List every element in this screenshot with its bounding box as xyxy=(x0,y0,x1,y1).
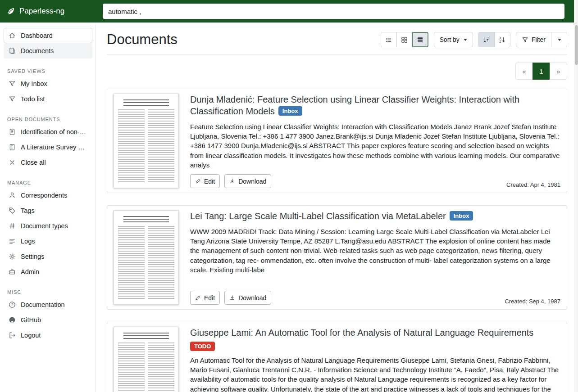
sort-by-button[interactable]: Sort by xyxy=(434,32,473,47)
filter-dropdown-toggle[interactable] xyxy=(551,32,567,47)
sidebar-item-todo-list[interactable]: Todo list xyxy=(4,91,92,107)
grid-view-button[interactable] xyxy=(396,32,413,47)
chevron-down-icon xyxy=(558,39,561,41)
document-card: Giuseppe Lami: An Automatic Tool for the… xyxy=(107,322,567,392)
created-date: Created: Sep 4, 1987 xyxy=(505,298,560,305)
sidebar-section-open-documents: OPEN DOCUMENTS xyxy=(0,107,96,124)
funnel-icon xyxy=(522,36,528,43)
svg-text:?: ? xyxy=(11,302,14,307)
sort-by-label: Sort by xyxy=(440,36,460,43)
sidebar-item-documents[interactable]: Documents xyxy=(4,43,92,59)
search-input[interactable] xyxy=(103,4,564,19)
sidebar-item-label: Dashboard xyxy=(21,32,53,39)
thumbnail-text-lines xyxy=(123,216,169,222)
sidebar-item-label: Settings xyxy=(21,253,44,260)
documents-icon xyxy=(9,47,16,54)
file-text-icon xyxy=(9,128,16,135)
top-navbar: Paperless-ng xyxy=(0,0,578,23)
document-thumbnail[interactable] xyxy=(114,210,179,305)
thumbnail-text-lines xyxy=(123,99,169,106)
svg-text:Z: Z xyxy=(500,40,501,43)
download-label: Download xyxy=(238,178,266,185)
scrollbar-thumb[interactable] xyxy=(575,25,578,65)
sidebar-item-settings[interactable]: Settings xyxy=(4,249,92,264)
text-lines-icon xyxy=(9,238,16,245)
document-thumbnail[interactable] xyxy=(114,94,179,188)
sidebar-item-label: Logs xyxy=(21,238,35,245)
thumbnail-text-lines xyxy=(123,333,169,339)
sidebar-item-github[interactable]: GitHub xyxy=(4,312,92,328)
edit-button[interactable]: Edit xyxy=(190,174,220,188)
page-header: Documents Sort by xyxy=(107,32,567,54)
document-title[interactable]: Dunja Mladenić: Feature Selection using … xyxy=(190,95,519,116)
view-toggle-group xyxy=(381,32,428,47)
app-title: Paperless-ng xyxy=(19,7,64,16)
document-excerpt: WWW 2009 MADRID! Track: Data Mining / Se… xyxy=(190,227,560,275)
sidebar-item-label: Logout xyxy=(21,332,41,339)
sort-direction-group: AZ xyxy=(478,32,510,47)
sidebar-item-document-types[interactable]: Document types xyxy=(4,218,92,234)
tag-badge[interactable]: Inbox xyxy=(450,211,473,221)
download-button[interactable]: Download xyxy=(224,291,271,305)
sidebar-item-logs[interactable]: Logs xyxy=(4,234,92,249)
pencil-icon xyxy=(195,178,201,184)
sort-alpha-icon: AZ xyxy=(499,36,505,43)
hash-icon xyxy=(9,222,16,230)
sidebar-item-label: GitHub xyxy=(21,316,41,324)
tag-icon xyxy=(9,207,16,214)
app-brand[interactable]: Paperless-ng xyxy=(0,7,96,16)
download-icon xyxy=(229,178,235,184)
edit-button[interactable]: Edit xyxy=(190,291,220,305)
list-view-button[interactable] xyxy=(381,32,397,47)
sidebar-item-tags[interactable]: Tags xyxy=(4,203,92,218)
created-date: Created: Apr 4, 1981 xyxy=(506,181,560,188)
sidebar-item-label: Close all xyxy=(21,159,46,166)
document-excerpt: An Automatic Tool for the Analysis of Na… xyxy=(190,356,560,392)
document-thumbnail[interactable] xyxy=(114,327,179,392)
sidebar-item-my-inbox[interactable]: My Inbox xyxy=(4,76,92,91)
file-text-icon xyxy=(9,144,16,151)
filter-button[interactable]: Filter xyxy=(516,32,551,47)
list-view-icon xyxy=(385,36,392,43)
sidebar-item-correspondents[interactable]: Correspondents xyxy=(4,188,92,203)
sidebar-item-logout[interactable]: Logout xyxy=(4,328,92,343)
sidebar-item-label: Documents xyxy=(21,47,54,54)
sidebar-item-label: My Inbox xyxy=(21,80,47,87)
toolbar: Sort by AZ Filter xyxy=(381,32,567,47)
sidebar-item-label: A Literature Survey on ... xyxy=(21,144,87,151)
document-title[interactable]: Lei Tang: Large Scale Multi-Label Classi… xyxy=(190,211,446,221)
sidebar-item-admin[interactable]: Admin xyxy=(4,264,92,279)
filter-label: Filter xyxy=(532,36,546,43)
tag-badge[interactable]: Inbox xyxy=(278,106,302,116)
sidebar-item-dashboard[interactable]: Dashboard xyxy=(4,28,92,43)
main-content: Documents Sort by xyxy=(96,23,578,392)
pagination-page-1[interactable]: 1 xyxy=(532,63,550,80)
scrollbar-track[interactable] xyxy=(574,0,578,392)
pagination-next[interactable]: » xyxy=(550,63,567,80)
sidebar-item-label: Tags xyxy=(21,207,35,214)
tag-badge[interactable]: TODO xyxy=(190,342,215,351)
pagination-prev[interactable]: « xyxy=(515,63,533,80)
sidebar-item-label: Document types xyxy=(21,222,68,230)
sidebar-item-label: Correspondents xyxy=(21,192,67,199)
sidebar-item-open-document-1[interactable]: Identification of non-fu... xyxy=(4,124,92,140)
person-icon xyxy=(9,192,16,199)
sidebar-item-close-all[interactable]: Close all xyxy=(4,155,92,170)
sidebar-item-open-document-2[interactable]: A Literature Survey on ... xyxy=(4,140,92,155)
search-bar xyxy=(96,0,578,23)
filter-split-button: Filter xyxy=(516,32,567,47)
logout-icon xyxy=(9,332,16,339)
document-card: Dunja Mladenić: Feature Selection using … xyxy=(107,89,567,193)
close-icon xyxy=(9,159,16,166)
sidebar-item-documentation[interactable]: ? Documentation xyxy=(4,297,92,312)
sort-alphabetical-button[interactable]: AZ xyxy=(494,32,510,47)
funnel-icon xyxy=(9,95,16,103)
document-title[interactable]: Giuseppe Lami: An Automatic Tool for the… xyxy=(190,328,533,338)
sort-descending-button[interactable] xyxy=(478,32,495,47)
detail-view-button[interactable] xyxy=(412,32,428,47)
funnel-icon xyxy=(9,80,16,87)
chevron-down-icon xyxy=(464,39,467,41)
sidebar-item-label: Admin xyxy=(21,268,39,275)
download-icon xyxy=(229,295,235,301)
download-button[interactable]: Download xyxy=(224,174,271,188)
